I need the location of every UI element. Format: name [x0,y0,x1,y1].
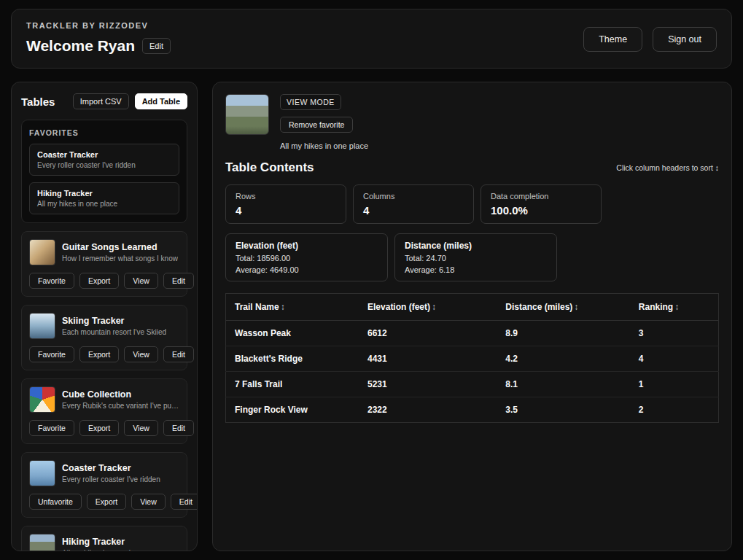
column-header-elevation[interactable]: Elevation (feet)↕ [359,294,497,321]
sort-icon: ↕ [674,302,679,312]
brand-text: TRACKLER BY RIZZODEV [26,21,171,30]
remove-favorite-button[interactable]: Remove favorite [280,117,353,133]
cell-elevation: 5231 [359,372,497,397]
table-detail-panel: VIEW MODE Remove favorite All my hikes i… [212,82,732,551]
table-row: Wasson Peak 6612 8.9 3 [226,321,719,346]
cell-trail-name: Wasson Peak [226,321,359,346]
stat-value: 4 [363,204,464,217]
theme-button[interactable]: Theme [583,27,642,52]
edit-name-button[interactable]: Edit [142,38,171,54]
favorite-button[interactable]: Favorite [29,273,74,289]
table-card-desc: Every roller coaster I've ridden [62,475,160,483]
export-button[interactable]: Export [79,346,119,362]
cell-distance: 8.1 [497,372,630,397]
summary-card-distance: Distance (miles) Total: 24.70 Average: 6… [394,233,557,281]
header-left: TRACKLER BY RIZZODEV Welcome Ryan Edit [26,21,171,55]
import-csv-button[interactable]: Import CSV [73,93,129,109]
cell-trail-name: Blackett's Ridge [226,346,359,372]
add-table-button[interactable]: Add Table [135,93,187,109]
table-row: Blackett's Ridge 4431 4.2 4 [226,346,719,372]
table-card-desc: Each mountain resort I've Skiied [62,328,166,336]
summary-card-elevation: Elevation (feet) Total: 18596.00 Average… [225,233,388,281]
stat-card-data-completion: Data completion 100.0% [481,184,602,224]
favorite-item-name: Hiking Tracker [37,189,171,198]
column-header-ranking[interactable]: Ranking↕ [630,294,719,321]
stats-row: Rows 4 Columns 4 Data completion 100.0% [225,184,719,224]
stat-label: Data completion [491,192,591,201]
summary-average: Average: 4649.00 [236,265,378,274]
cell-ranking: 1 [630,372,719,397]
table-card-desc: All my hikes in one place [62,549,142,551]
table-card-name: Skiing Tracker [62,316,166,326]
cell-distance: 8.9 [497,321,630,346]
table-card-name: Coaster Tracker [62,463,160,473]
cell-trail-name: 7 Falls Trail [226,372,359,397]
table-card-desc: How I remember what songs I know [62,254,178,262]
summary-row: Elevation (feet) Total: 18596.00 Average… [225,233,719,281]
signout-button[interactable]: Sign out [653,27,717,52]
column-header-trail-name[interactable]: Trail Name↕ [226,294,359,321]
table-card-hiking-tracker: Hiking Tracker All my hikes in one place… [21,526,187,551]
table-card-coaster-tracker: Coaster Tracker Every roller coaster I'v… [21,452,187,518]
table-description: All my hikes in one place [280,141,368,150]
edit-button[interactable]: Edit [163,273,194,289]
welcome-title: Welcome Ryan [26,37,135,55]
table-card-cube-collection: Cube Collection Every Rubik's cube varia… [21,378,187,444]
summary-title: Distance (miles) [405,241,547,251]
favorite-item-hiking-tracker[interactable]: Hiking Tracker All my hikes in one place [29,182,179,214]
favorite-item-desc: All my hikes in one place [37,200,171,208]
favorite-button[interactable]: Favorite [29,420,74,436]
view-button[interactable]: View [124,273,158,289]
view-button[interactable]: View [131,494,166,510]
view-button[interactable]: View [124,420,158,436]
export-button[interactable]: Export [79,420,119,436]
skiing-tracker-thumbnail [29,313,55,339]
tables-sidebar: Tables Import CSV Add Table FAVORITES Co… [11,82,198,551]
favorites-section: FAVORITES Coaster Tracker Every roller c… [21,120,187,223]
app-header: TRACKLER BY RIZZODEV Welcome Ryan Edit T… [11,9,732,69]
page: TRACKLER BY RIZZODEV Welcome Ryan Edit T… [0,0,743,560]
stat-card-columns: Columns 4 [353,184,474,224]
table-row: Finger Rock View 2322 3.5 2 [226,397,719,423]
column-header-distance[interactable]: Distance (miles)↕ [497,294,630,321]
cell-elevation: 2322 [359,397,497,423]
export-button[interactable]: Export [79,273,119,289]
table-row: 7 Falls Trail 5231 8.1 1 [226,372,719,397]
edit-button[interactable]: Edit [171,494,198,510]
view-button[interactable]: View [124,346,158,362]
cube-collection-thumbnail [29,386,55,413]
export-button[interactable]: Export [87,494,126,510]
edit-button[interactable]: Edit [163,346,194,362]
summary-total: Total: 24.70 [405,254,547,262]
cell-ranking: 3 [630,321,719,346]
table-card-name: Hiking Tracker [62,537,142,547]
stat-card-rows: Rows 4 [225,184,346,224]
hiking-table-thumbnail [225,94,269,135]
cell-ranking: 2 [630,397,719,423]
cell-distance: 3.5 [497,397,630,423]
favorite-item-coaster-tracker[interactable]: Coaster Tracker Every roller coaster I'v… [29,144,179,176]
edit-button[interactable]: Edit [163,420,194,436]
guitar-songs-thumbnail [29,239,55,265]
stat-value: 100.0% [491,204,591,217]
favorite-button[interactable]: Favorite [29,346,74,362]
stat-label: Columns [363,192,464,201]
favorite-item-name: Coaster Tracker [37,150,171,159]
table-card-name: Cube Collection [62,389,179,400]
coaster-tracker-thumbnail [29,460,55,486]
sort-hint: Click column headers to sort ↕ [616,163,719,172]
sort-icon: ↕ [281,302,285,312]
table-card-guitar-songs: Guitar Songs Learned How I remember what… [21,231,187,297]
favorites-title: FAVORITES [29,128,179,137]
view-mode-badge[interactable]: VIEW MODE [280,94,341,110]
cell-elevation: 6612 [359,321,497,346]
hiking-tracker-thumbnail [29,534,55,551]
favorite-item-desc: Every roller coaster I've ridden [37,161,171,169]
cell-distance: 4.2 [497,346,630,372]
unfavorite-button[interactable]: Unfavorite [29,494,82,510]
cell-elevation: 4431 [359,346,497,372]
summary-total: Total: 18596.00 [236,254,378,262]
cell-ranking: 4 [630,346,719,372]
sort-icon: ↕ [432,302,436,312]
summary-title: Elevation (feet) [236,241,378,251]
